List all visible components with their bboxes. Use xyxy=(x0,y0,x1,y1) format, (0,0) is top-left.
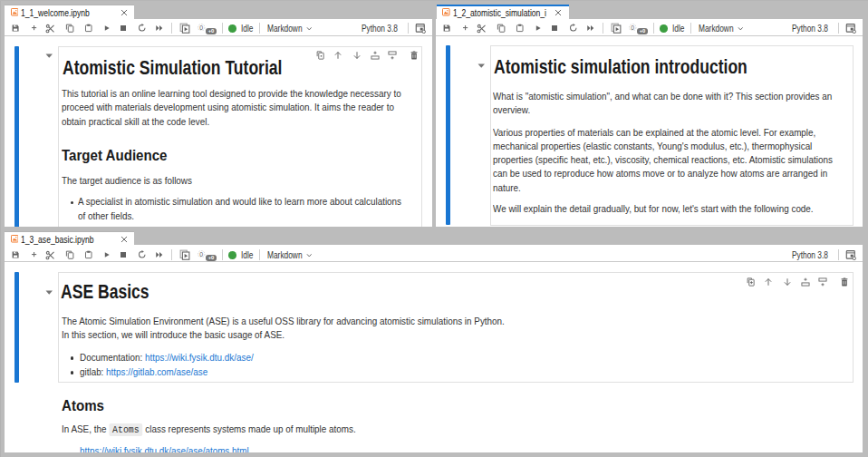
svg-text:0: 0 xyxy=(199,24,203,30)
svg-text:0: 0 xyxy=(199,250,203,257)
svg-text:0: 0 xyxy=(631,24,634,30)
